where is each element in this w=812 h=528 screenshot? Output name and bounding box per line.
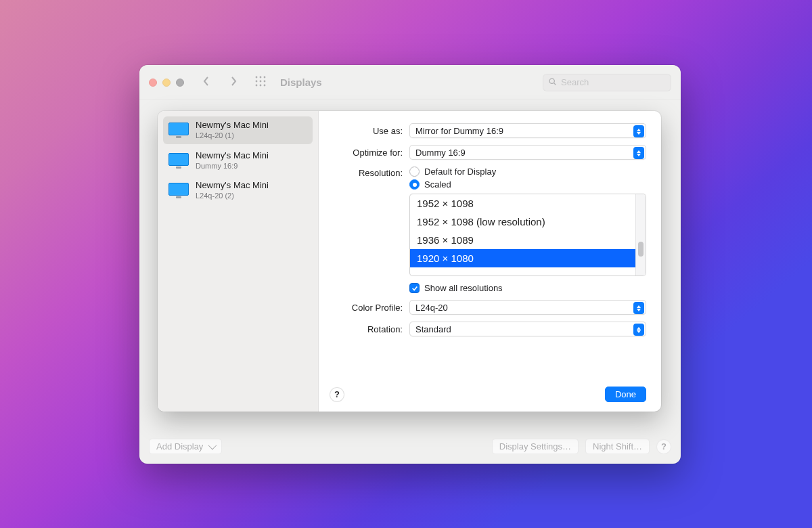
resolution-option[interactable]: 1952 × 1098 (low resolution) (410, 213, 637, 231)
sidebar-item-subtitle: Dummy 16:9 (196, 162, 269, 171)
minimize-window-button[interactable] (162, 79, 171, 87)
resolution-option[interactable]: 1952 × 1098 (410, 194, 637, 213)
resolution-scaled-radio[interactable]: Scaled (409, 179, 646, 190)
resolution-option-selected[interactable]: 1920 × 1080 (410, 249, 637, 267)
optimize-for-value: Dummy 16:9 (415, 148, 466, 158)
display-sidebar: Newmy's Mac Mini L24q-20 (1) Newmy's Mac… (158, 111, 319, 412)
traffic-lights (149, 79, 188, 87)
svg-point-3 (256, 81, 258, 83)
add-display-button[interactable]: Add Display (149, 439, 222, 454)
sidebar-display-3[interactable]: Newmy's Mac Mini L24q-20 (2) (163, 177, 313, 204)
checkbox-checked-icon (409, 283, 420, 293)
back-button[interactable] (198, 74, 215, 91)
monitor-icon (168, 183, 189, 198)
system-preferences-window: Displays Add Display Display Settings… N… (139, 65, 681, 464)
done-button[interactable]: Done (605, 387, 646, 402)
sidebar-item-subtitle: L24q-20 (1) (196, 131, 269, 140)
rotation-popup[interactable]: Standard (409, 322, 646, 336)
radio-scaled-label: Scaled (424, 179, 451, 190)
stepper-icon (633, 324, 644, 336)
resolution-listbox[interactable]: 1952 × 1098 1952 × 1098 (low resolution)… (409, 194, 646, 276)
rotation-value: Standard (415, 324, 451, 334)
svg-point-2 (264, 76, 266, 79)
scrollbar-thumb[interactable] (638, 242, 644, 257)
sidebar-item-subtitle: L24q-20 (2) (196, 192, 269, 200)
chevron-right-icon (229, 76, 238, 89)
color-profile-popup[interactable]: L24q-20 (409, 300, 646, 315)
use-as-popup[interactable]: Mirror for Dummy 16:9 (409, 123, 646, 138)
resolution-default-radio[interactable]: Default for Display (409, 167, 646, 177)
stepper-icon (633, 125, 644, 137)
show-all-button[interactable] (252, 74, 269, 91)
svg-line-10 (554, 83, 556, 84)
show-all-resolutions-checkbox[interactable]: Show all resolutions (409, 283, 646, 293)
rotation-label: Rotation: (321, 324, 409, 334)
svg-point-5 (264, 81, 266, 83)
grid-icon (254, 75, 267, 89)
monitor-icon (168, 153, 189, 168)
radio-default-label: Default for Display (424, 167, 496, 177)
svg-point-6 (256, 85, 258, 87)
display-settings-content: Use as: Mirror for Dummy 16:9 Optimize f… (319, 111, 661, 412)
zoom-window-button[interactable] (176, 79, 184, 87)
svg-point-0 (256, 76, 258, 79)
svg-point-7 (260, 85, 262, 87)
scrollbar[interactable] (635, 194, 646, 276)
sidebar-item-title: Newmy's Mac Mini (196, 181, 269, 191)
sidebar-item-title: Newmy's Mac Mini (196, 120, 269, 131)
use-as-label: Use as: (321, 126, 409, 136)
svg-point-1 (260, 76, 262, 79)
search-input[interactable] (561, 77, 666, 87)
optimize-for-popup[interactable]: Dummy 16:9 (409, 145, 646, 160)
show-all-label: Show all resolutions (424, 283, 503, 293)
window-title: Displays (280, 76, 322, 88)
svg-point-9 (549, 79, 554, 83)
use-as-value: Mirror for Dummy 16:9 (415, 126, 503, 136)
help-button[interactable]: ? (656, 439, 671, 454)
titlebar: Displays (139, 65, 681, 100)
resolution-option[interactable]: 1936 × 1089 (410, 231, 637, 249)
radio-icon (409, 179, 420, 190)
search-icon (548, 77, 557, 88)
sheet-help-button[interactable]: ? (330, 387, 344, 402)
forward-button[interactable] (225, 74, 242, 91)
monitor-icon (168, 123, 189, 137)
sidebar-display-2[interactable]: Newmy's Mac Mini Dummy 16:9 (163, 147, 313, 175)
close-window-button[interactable] (149, 79, 157, 87)
svg-point-4 (260, 81, 262, 83)
color-profile-value: L24q-20 (415, 303, 448, 313)
search-field[interactable] (543, 74, 671, 91)
resolution-label: Resolution: (321, 167, 409, 178)
sidebar-item-title: Newmy's Mac Mini (196, 151, 269, 161)
stepper-icon (633, 302, 644, 314)
sidebar-display-1[interactable]: Newmy's Mac Mini L24q-20 (1) (163, 116, 313, 144)
color-profile-label: Color Profile: (321, 303, 409, 313)
display-settings-sheet: Newmy's Mac Mini L24q-20 (1) Newmy's Mac… (158, 111, 661, 412)
optimize-for-label: Optimize for: (321, 148, 409, 158)
svg-point-8 (264, 85, 266, 87)
chevron-left-icon (202, 76, 210, 89)
night-shift-button[interactable]: Night Shift… (585, 439, 650, 454)
radio-icon (409, 167, 420, 177)
display-settings-button[interactable]: Display Settings… (492, 439, 579, 454)
stepper-icon (633, 147, 644, 159)
